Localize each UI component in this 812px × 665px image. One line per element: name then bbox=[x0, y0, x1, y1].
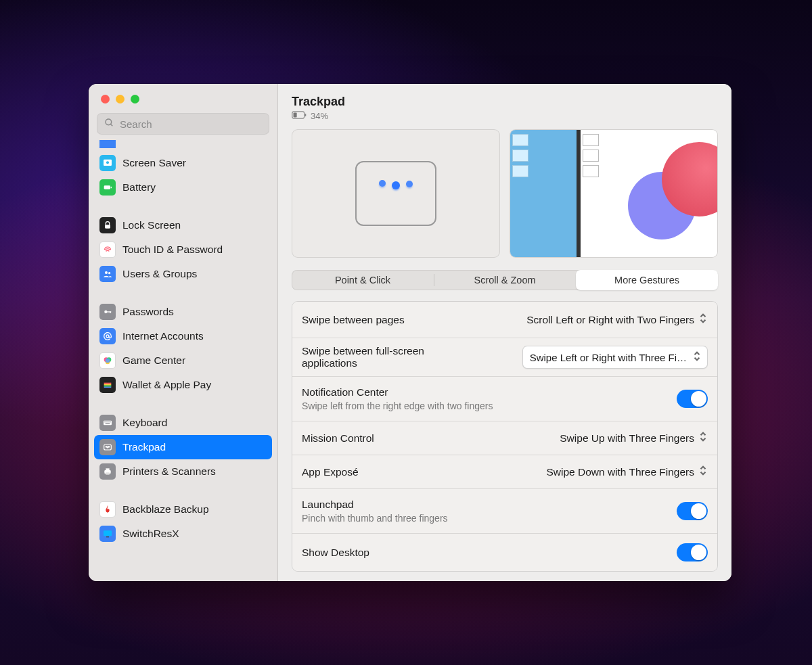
sidebar-item-battery[interactable]: Battery bbox=[94, 175, 272, 200]
sidebar-item-game-center[interactable]: Game Center bbox=[94, 348, 272, 373]
launchpad-toggle[interactable] bbox=[677, 502, 708, 520]
pane-header: Trackpad 34% bbox=[278, 84, 731, 127]
notification-center-toggle[interactable] bbox=[677, 390, 708, 408]
sidebar-item-screen-saver[interactable]: Screen Saver bbox=[94, 151, 272, 175]
sidebar-item-label: Touch ID & Password bbox=[122, 244, 223, 256]
screen-saver-icon bbox=[99, 155, 116, 171]
tab-scroll-zoom[interactable]: Scroll & Zoom bbox=[434, 270, 576, 290]
fingerprint-icon bbox=[99, 242, 116, 258]
svg-rect-24 bbox=[107, 421, 108, 422]
row-sublabel: Pinch with thumb and three fingers bbox=[302, 513, 448, 524]
select-value: Swipe Up with Three Fingers bbox=[560, 432, 694, 444]
select-value: Swipe Left or Right with Three Fi… bbox=[530, 352, 687, 363]
svg-rect-38 bbox=[294, 113, 297, 118]
sidebar-item-label: Printers & Scanners bbox=[122, 465, 216, 478]
sidebar-item-touch-id[interactable]: Touch ID & Password bbox=[94, 237, 272, 262]
row-label: Notification Center bbox=[302, 386, 493, 398]
svg-point-7 bbox=[105, 271, 108, 274]
row-label: Swipe between pages bbox=[302, 314, 405, 326]
svg-rect-18 bbox=[104, 384, 112, 386]
trackpad-preview bbox=[292, 129, 500, 258]
sidebar-item-lock-screen[interactable]: Lock Screen bbox=[94, 213, 272, 237]
svg-rect-34 bbox=[106, 472, 109, 474]
row-label: Launchpad bbox=[302, 499, 448, 511]
app-expose-select[interactable]: Swipe Down with Three Fingers bbox=[546, 463, 708, 480]
row-swipe-fullscreen-apps: Swipe between full-screen applications S… bbox=[292, 338, 717, 377]
minimize-window-button[interactable] bbox=[116, 95, 125, 104]
swipe-fullscreen-select[interactable]: Swipe Left or Right with Three Fi… bbox=[522, 346, 708, 369]
window-controls bbox=[89, 84, 277, 104]
search-field[interactable] bbox=[97, 113, 269, 135]
row-launchpad: Launchpad Pinch with thumb and three fin… bbox=[292, 489, 717, 534]
sidebar-item-users-groups[interactable]: Users & Groups bbox=[94, 262, 272, 286]
mission-control-select[interactable]: Swipe Up with Three Fingers bbox=[560, 430, 708, 446]
svg-line-1 bbox=[111, 124, 113, 127]
sidebar-item-label: Keyboard bbox=[122, 417, 167, 429]
sidebar-item-passwords[interactable]: Passwords bbox=[94, 300, 272, 324]
zoom-window-button[interactable] bbox=[131, 95, 139, 104]
chevron-updown-icon bbox=[698, 430, 708, 446]
svg-rect-21 bbox=[104, 421, 112, 426]
tab-point-click[interactable]: Point & Click bbox=[292, 270, 434, 290]
svg-rect-19 bbox=[104, 386, 112, 387]
flame-icon bbox=[99, 501, 116, 518]
sidebar-item-trackpad[interactable]: Trackpad bbox=[94, 435, 272, 459]
sidebar: Screen Saver Battery L bbox=[89, 84, 278, 581]
system-settings-window: Screen Saver Battery L bbox=[89, 84, 731, 581]
wallpaper-icon bbox=[99, 140, 116, 148]
sidebar-item-backblaze[interactable]: Backblaze Backup bbox=[94, 497, 272, 522]
sidebar-item-label: Battery bbox=[122, 181, 156, 193]
sidebar-list[interactable]: Screen Saver Battery L bbox=[89, 140, 277, 554]
trackpad-icon bbox=[99, 439, 116, 455]
swipe-pages-select[interactable]: Scroll Left or Right with Two Fingers bbox=[526, 311, 708, 328]
svg-point-0 bbox=[106, 119, 112, 125]
sidebar-item-label: Backblaze Backup bbox=[122, 503, 209, 515]
battery-icon bbox=[99, 179, 116, 196]
gesture-preview-area bbox=[278, 127, 731, 258]
svg-rect-5 bbox=[111, 187, 112, 189]
page-title: Trackpad bbox=[292, 95, 718, 109]
sidebar-item-wallet-apple-pay[interactable]: Wallet & Apple Pay bbox=[94, 373, 272, 397]
row-label: App Exposé bbox=[302, 466, 359, 478]
svg-point-31 bbox=[108, 446, 110, 448]
lock-icon bbox=[99, 217, 116, 233]
sidebar-group: Passwords Internet Accounts Game Center bbox=[94, 296, 272, 397]
sidebar-item-label: Lock Screen bbox=[122, 219, 181, 231]
close-window-button[interactable] bbox=[101, 95, 110, 104]
sidebar-item-label: Users & Groups bbox=[122, 268, 197, 280]
sidebar-group: Backblaze Backup SwitchResX bbox=[94, 493, 272, 546]
svg-rect-20 bbox=[104, 387, 112, 388]
sidebar-group: Keyboard Trackpad Printers & Scanners bbox=[94, 407, 272, 484]
show-desktop-toggle[interactable] bbox=[677, 543, 708, 561]
svg-rect-36 bbox=[106, 536, 109, 537]
display-icon bbox=[99, 526, 116, 542]
at-icon bbox=[99, 328, 116, 344]
select-value: Scroll Left or Right with Two Fingers bbox=[526, 314, 694, 326]
users-icon bbox=[99, 266, 116, 282]
trackpad-outline bbox=[355, 161, 436, 226]
svg-rect-17 bbox=[104, 383, 112, 384]
svg-rect-26 bbox=[110, 421, 110, 422]
sidebar-item-label: SwitchResX bbox=[122, 528, 179, 540]
chevron-updown-icon bbox=[698, 311, 708, 328]
svg-point-3 bbox=[106, 161, 109, 164]
svg-rect-27 bbox=[106, 423, 110, 424]
sidebar-item-label: Game Center bbox=[122, 354, 185, 367]
svg-rect-11 bbox=[110, 311, 110, 313]
sidebar-group: Lock Screen Touch ID & Password Users & … bbox=[94, 209, 272, 286]
sidebar-item-keyboard[interactable]: Keyboard bbox=[94, 411, 272, 435]
battery-status-icon bbox=[292, 111, 307, 121]
desktop-background: Screen Saver Battery L bbox=[0, 0, 812, 665]
sidebar-item-internet-accounts[interactable]: Internet Accounts bbox=[94, 324, 272, 348]
search-input[interactable] bbox=[120, 118, 263, 130]
row-show-desktop: Show Desktop bbox=[292, 534, 717, 571]
trackpad-fingers-icon bbox=[379, 181, 413, 189]
svg-rect-4 bbox=[104, 185, 110, 189]
sidebar-item-switchresx[interactable]: SwitchResX bbox=[94, 522, 272, 546]
row-label: Swipe between full-screen applications bbox=[302, 345, 478, 369]
sidebar-item-label: Passwords bbox=[122, 306, 174, 318]
sidebar-item-printers-scanners[interactable]: Printers & Scanners bbox=[94, 459, 272, 484]
tab-more-gestures[interactable]: More Gestures bbox=[576, 270, 718, 290]
main-pane: Trackpad 34% bbox=[278, 84, 731, 581]
search-icon bbox=[104, 117, 114, 131]
